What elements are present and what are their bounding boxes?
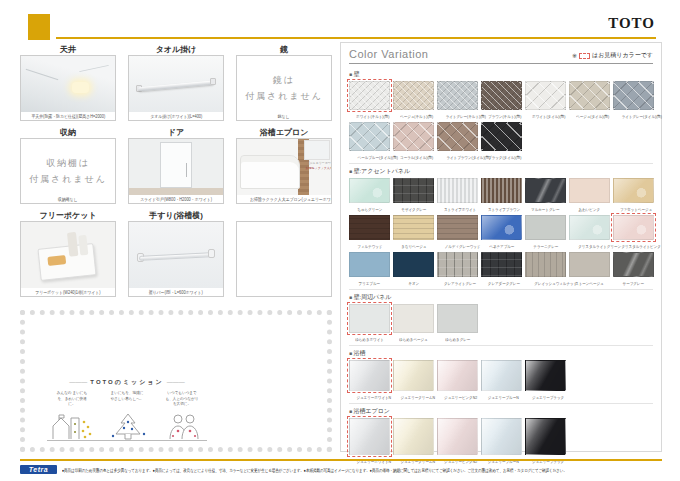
color-swatch[interactable]: ホワイト(キルト)(艶) [349, 81, 390, 119]
swatch-chip[interactable] [349, 122, 390, 151]
color-swatch[interactable]: ちゅらグリーン [349, 178, 390, 212]
color-swatch[interactable]: ゆらめきベージュ [393, 304, 434, 342]
swatch-chip[interactable] [437, 122, 478, 151]
ceiling-light-icon [72, 82, 89, 93]
swatch-chip[interactable] [393, 304, 434, 333]
swatch-chip[interactable] [437, 360, 478, 391]
color-swatch[interactable]: きなりベージュ [393, 215, 434, 249]
color-swatch[interactable]: ベージュ(タイル)(艶) [569, 81, 610, 119]
swatch-chip[interactable] [349, 360, 390, 391]
color-swatch[interactable]: クリスタルライトグリーン [569, 215, 610, 249]
swatch-label: ゆらめきホワイト [349, 336, 390, 342]
color-swatch[interactable]: キオン [393, 252, 434, 286]
swatch-row: フォルテウッドきなりベージュノルディグレーウッドベネチアブルーテラーニグレークリ… [349, 215, 653, 249]
color-swatch[interactable]: ジュエリーピンクN2 [437, 418, 478, 464]
swatch-chip[interactable] [349, 304, 390, 333]
color-swatch[interactable]: ジュエリーホワイトN [349, 418, 390, 464]
color-swatch[interactable]: フォルテウッド [349, 215, 390, 249]
swatch-chip[interactable] [613, 252, 654, 277]
color-swatch[interactable]: ストーンベージュ [569, 252, 610, 286]
swatch-chip[interactable] [481, 418, 522, 455]
color-swatch[interactable]: ジュエリークリームN [393, 360, 434, 400]
swatch-chip[interactable] [525, 178, 566, 203]
swatch-chip[interactable] [481, 81, 522, 110]
color-swatch[interactable]: コーラル(タイル)(艶) [393, 122, 434, 160]
swatch-chip[interactable] [437, 252, 478, 277]
color-swatch[interactable]: プリエブルー [349, 252, 390, 286]
swatch-label: ジュエリーブラック [525, 394, 566, 400]
swatch-chip[interactable] [437, 304, 478, 333]
swatch-chip[interactable] [525, 215, 566, 240]
swatch-chip[interactable] [349, 178, 390, 203]
color-swatch[interactable]: ブラック(タイル)(艶) [481, 122, 522, 160]
estimate-color-note: ※ はお見積りカラーです [572, 51, 653, 60]
color-swatch[interactable]: ライトブラウン(タイル)(艶) [437, 122, 478, 160]
color-swatch[interactable]: ホワイト(タイル)(艶) [525, 81, 566, 119]
color-swatch[interactable]: ジュエリーピンクN2 [437, 360, 478, 400]
swatch-chip[interactable] [393, 122, 434, 151]
color-swatch[interactable]: ジュエリーブルーN [481, 418, 522, 464]
color-swatch[interactable]: ベージュ(キルト)(艶) [393, 81, 434, 119]
swatch-chip[interactable] [613, 178, 654, 203]
color-swatch[interactable]: ジュエリーホワイトN [349, 360, 390, 400]
color-swatch[interactable]: ゆらめきグレー [437, 304, 478, 342]
swatch-chip[interactable] [437, 418, 478, 455]
swatch-chip[interactable] [437, 81, 478, 110]
section-title: 壁 [349, 70, 653, 79]
color-swatch[interactable]: ファセットベージュ [613, 178, 654, 212]
color-swatch[interactable]: サーフグレー [613, 252, 654, 286]
color-swatch[interactable]: ゆらめきホワイト [349, 304, 390, 342]
swatch-chip[interactable] [525, 81, 566, 110]
swatch-chip[interactable] [481, 122, 522, 151]
color-swatch[interactable]: ライトグレー(キルト)(艶) [437, 81, 478, 119]
swatch-chip[interactable] [437, 178, 478, 203]
color-swatch[interactable]: ジュエリークリームN [393, 418, 434, 464]
swatch-chip[interactable] [525, 252, 566, 277]
color-swatch[interactable]: テラーニグレー [525, 215, 566, 249]
swatch-chip[interactable] [569, 178, 610, 203]
color-swatch[interactable]: マルカートグレー [525, 178, 566, 212]
swatch-chip[interactable] [569, 81, 610, 110]
color-swatch[interactable]: ストライプブラウン [481, 178, 522, 212]
swatch-chip[interactable] [393, 418, 434, 455]
swatch-chip[interactable] [569, 215, 610, 240]
empty-box [236, 221, 332, 297]
swatch-chip[interactable] [481, 215, 522, 240]
swatch-chip[interactable] [393, 215, 434, 240]
swatch-chip[interactable] [393, 360, 434, 391]
color-swatch[interactable]: ペールブルー(タイル)(艶) [349, 122, 390, 160]
swatch-chip[interactable] [525, 360, 566, 391]
color-swatch[interactable]: モザイクグレー [393, 178, 434, 212]
color-swatch[interactable]: ブラウン(キルト)(艶) [481, 81, 522, 119]
color-swatch[interactable]: クレアダークグレー [481, 252, 522, 286]
swatch-chip[interactable] [613, 215, 654, 240]
swatch-chip[interactable] [481, 360, 522, 391]
color-swatch[interactable]: クレアライトグレー [437, 252, 478, 286]
color-swatch[interactable]: ベネチアブルー [481, 215, 522, 249]
swatch-chip[interactable] [613, 81, 654, 110]
swatch-chip[interactable] [525, 418, 566, 455]
swatch-chip[interactable] [481, 252, 522, 277]
estimate-key-swatch-icon [579, 53, 590, 59]
color-swatch[interactable]: ジュエリーブラック [525, 418, 566, 464]
swatch-chip[interactable] [437, 215, 478, 240]
color-swatch[interactable]: ノルディグレーウッド [437, 215, 478, 249]
product-title: 鏡 [236, 44, 332, 55]
color-swatch[interactable]: ジュエリーブラック [525, 360, 566, 400]
swatch-chip[interactable] [393, 81, 434, 110]
swatch-chip[interactable] [569, 252, 610, 277]
swatch-chip[interactable] [393, 178, 434, 203]
swatch-chip[interactable] [349, 418, 390, 455]
swatch-chip[interactable] [481, 178, 522, 203]
color-swatch[interactable]: ストライプホワイト [437, 178, 478, 212]
swatch-chip[interactable] [349, 81, 390, 110]
mission-text-3: いつでもいつまでも、人とのつながりを大切に。 [164, 390, 200, 408]
color-swatch[interactable]: ジュエリーブルーN [481, 360, 522, 400]
swatch-chip[interactable] [349, 215, 390, 240]
swatch-chip[interactable] [393, 252, 434, 277]
header-rule [56, 37, 656, 39]
color-swatch[interactable]: ライトグレー(タイル)(艶) [613, 81, 654, 119]
swatch-chip[interactable] [349, 252, 390, 277]
color-swatch[interactable]: グレイッシュウォルナット [525, 252, 566, 286]
color-swatch[interactable]: あわいピンク [569, 178, 610, 212]
